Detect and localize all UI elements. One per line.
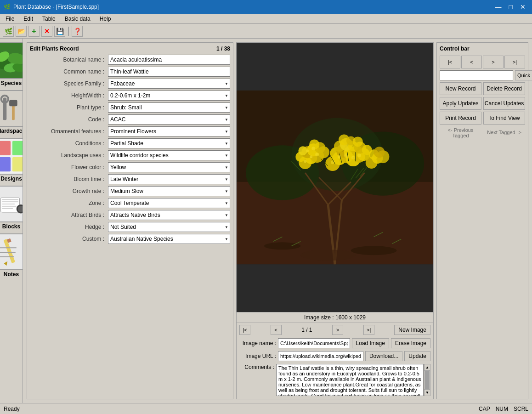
delete-record-button[interactable]: Delete Record <box>483 82 525 95</box>
to-find-view-button[interactable]: To Find View <box>483 112 525 125</box>
sidebar-item-notes[interactable]: Notes <box>0 233 23 278</box>
edit-panel-header: Edit Plants Record 1 / 38 <box>30 45 230 52</box>
plant-type-select[interactable]: Shrub: Small <box>108 102 230 113</box>
ctrl-nav-next[interactable]: > <box>483 56 504 68</box>
app-icon: 🌿 <box>4 4 11 10</box>
flower-color-select[interactable]: Yellow <box>108 162 230 172</box>
main-area: Species Hardspace <box>0 39 532 403</box>
sidebar-item-hardspace[interactable]: Hardspace <box>0 90 23 134</box>
attract-birds-row: Attract Birds : Attracts Native Birds <box>30 210 230 220</box>
blocks-icon <box>0 186 23 222</box>
conditions-select[interactable]: Partial Shade <box>108 138 230 148</box>
menu-file[interactable]: File <box>2 15 18 23</box>
image-url-row: Image URL : Download... Update <box>237 350 433 363</box>
image-nav-prev[interactable]: < <box>271 325 282 335</box>
apply-cancel-row: Apply Updates Cancel Updates <box>440 97 525 110</box>
growth-rate-select[interactable]: Medium Slow <box>108 186 230 196</box>
quick-find-row: Quick Find/Next <box>440 70 525 80</box>
blocks-label: Blocks <box>2 223 20 230</box>
growth-rate-label: Growth rate : <box>30 188 108 194</box>
toolbar-delete-btn[interactable]: ✕ <box>41 26 52 37</box>
svg-point-63 <box>315 153 319 156</box>
apply-updates-button[interactable]: Apply Updates <box>440 97 481 110</box>
comments-input[interactable]: The Thin Leaf wattle is a thin, wiry spr… <box>276 364 424 396</box>
toolbar-help-btn[interactable]: ❓ <box>72 26 83 37</box>
conditions-row: Conditions : Partial Shade <box>30 138 230 148</box>
download-button[interactable]: Download... <box>365 351 402 361</box>
cancel-updates-button[interactable]: Cancel Updates <box>483 97 525 110</box>
image-nav-last[interactable]: >| <box>363 325 374 335</box>
load-image-button[interactable]: Load Image <box>352 338 389 348</box>
sidebar-item-designs[interactable]: Designs <box>0 138 23 182</box>
quick-find-input[interactable] <box>440 70 513 80</box>
common-name-label: Common name : <box>30 68 108 75</box>
common-name-input[interactable] <box>108 67 230 77</box>
print-record-button[interactable]: Print Record <box>440 112 481 125</box>
svg-point-105 <box>374 147 385 158</box>
menu-table[interactable]: Table <box>39 15 59 23</box>
ornamental-features-select[interactable]: Prominent Flowers <box>108 126 230 136</box>
ctrl-nav-first[interactable]: |< <box>440 56 460 68</box>
landscape-uses-select[interactable]: Wildlife corridor species <box>108 150 230 160</box>
erase-image-button[interactable]: Erase Image <box>391 338 430 348</box>
zone-select[interactable]: Cool Temperate <box>108 198 230 208</box>
image-nav-first[interactable]: |< <box>239 325 250 335</box>
window-controls: — □ ✕ <box>492 3 528 11</box>
close-button[interactable]: ✕ <box>517 3 528 11</box>
sidebar-item-species[interactable]: Species <box>0 42 23 86</box>
svg-rect-13 <box>12 141 23 155</box>
height-width-label: HeightWidth : <box>30 92 108 99</box>
toolbar-plant-btn[interactable]: 🌿 <box>3 26 14 37</box>
custom-select[interactable]: Australian Native Species <box>108 234 230 244</box>
growth-rate-row: Growth rate : Medium Slow <box>30 186 230 196</box>
update-button[interactable]: Update <box>404 351 430 361</box>
scroll-up-btn[interactable]: ▲ <box>424 364 430 371</box>
quick-find-button[interactable]: Quick Find/Next <box>515 70 532 80</box>
comments-scrollbar[interactable]: ▲ ▼ <box>424 364 430 396</box>
svg-rect-20 <box>2 201 18 202</box>
svg-point-96 <box>300 250 355 261</box>
new-record-button[interactable]: New Record <box>440 82 481 95</box>
hedge-select[interactable]: Not Suited <box>108 222 230 232</box>
height-width-select[interactable]: 0.2-0.6m x 1-2m <box>108 91 230 101</box>
botanical-name-input[interactable] <box>108 55 230 65</box>
species-family-select[interactable]: Fabaceae <box>108 79 230 89</box>
status-bar: Ready CAP NUM SCRL <box>0 403 532 414</box>
maximize-button[interactable]: □ <box>506 3 515 11</box>
svg-point-88 <box>357 153 361 157</box>
svg-point-65 <box>311 147 315 150</box>
sidebar-item-blocks[interactable]: Blocks <box>0 186 23 230</box>
svg-point-64 <box>306 149 309 152</box>
new-delete-row: New Record Delete Record <box>440 82 525 95</box>
comments-label: Comments : <box>239 364 276 370</box>
bloom-time-select-wrapper: Late Winter <box>108 174 230 184</box>
menu-edit[interactable]: Edit <box>20 15 37 23</box>
attract-birds-select-wrapper: Attracts Native Birds <box>108 210 230 220</box>
image-name-input[interactable] <box>278 338 350 348</box>
landscape-uses-label: Landscape uses : <box>30 152 108 159</box>
species-icon <box>0 42 23 79</box>
ctrl-nav-prev[interactable]: < <box>461 56 482 68</box>
svg-rect-12 <box>0 141 11 155</box>
menu-help[interactable]: Help <box>96 15 115 23</box>
flower-color-row: Flower color : Yellow <box>30 162 230 172</box>
ctrl-nav-last[interactable]: >| <box>504 56 525 68</box>
attract-birds-select[interactable]: Attracts Native Birds <box>108 210 230 220</box>
toolbar-add-btn[interactable]: + <box>28 26 40 37</box>
toolbar-open-btn[interactable]: 📂 <box>16 26 27 37</box>
new-image-button[interactable]: New Image <box>394 325 430 335</box>
svg-point-87 <box>351 156 355 159</box>
designs-icon <box>0 138 23 175</box>
prev-tagged-button[interactable]: <- Previous Tagged <box>440 127 481 137</box>
bloom-time-select[interactable]: Late Winter <box>108 174 230 184</box>
minimize-button[interactable]: — <box>492 3 504 11</box>
species-family-row: Species Family : Fabaceae <box>30 79 230 89</box>
next-tagged-button[interactable]: Next Tagged -> <box>483 127 525 137</box>
image-url-input[interactable] <box>278 351 363 361</box>
scroll-down-btn[interactable]: ▼ <box>424 389 430 396</box>
image-nav-next[interactable]: > <box>332 325 343 335</box>
code-select[interactable]: ACAC <box>108 114 230 125</box>
toolbar-save-btn[interactable]: 💾 <box>54 26 65 37</box>
conditions-select-wrapper: Partial Shade <box>108 138 230 148</box>
menu-basic-data[interactable]: Basic data <box>61 15 94 23</box>
